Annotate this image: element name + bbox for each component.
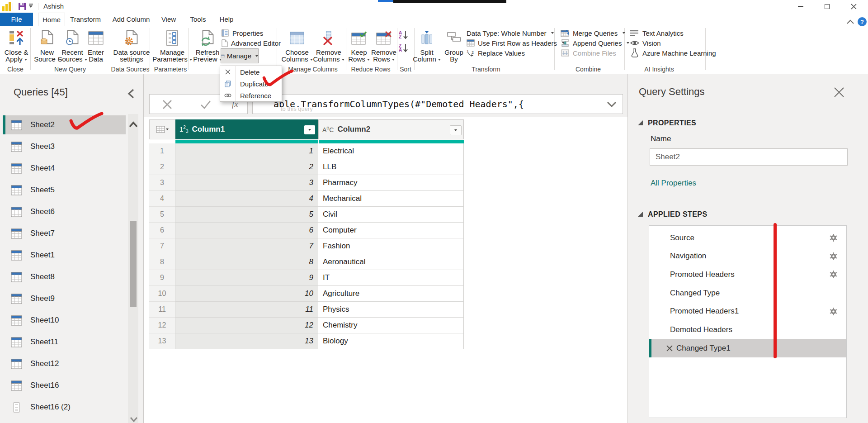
recent-sources-button[interactable]: Recent Sources [59, 27, 85, 63]
column1-cell[interactable]: 12 [175, 318, 318, 333]
applied-step-changed-type1[interactable]: Changed Type1 [649, 339, 846, 357]
tab-help[interactable]: Help [216, 13, 237, 26]
query-item-sheet4[interactable]: Sheet4 [3, 159, 126, 178]
applied-step-promoted-headers1[interactable]: Promoted Headers1 [649, 302, 846, 321]
step-settings-gear-icon[interactable] [830, 234, 837, 242]
help-icon[interactable]: ? [858, 17, 867, 26]
collapse-queries-pane-icon[interactable] [127, 88, 137, 99]
enter-data-button[interactable]: Enter Data [85, 27, 107, 63]
minimize-button[interactable] [787, 0, 814, 13]
remove-rows-button[interactable]: Remove Rows [371, 27, 397, 63]
row-number[interactable]: 1 [149, 143, 175, 159]
query-name-input[interactable]: Sheet2 [650, 148, 848, 166]
column1-cell[interactable]: 8 [175, 254, 318, 270]
query-item-sheet3[interactable]: Sheet3 [3, 137, 126, 156]
row-number[interactable]: 4 [149, 191, 175, 207]
sort-ascending-button[interactable]: AZ [399, 29, 412, 41]
scroll-down-icon[interactable] [129, 416, 138, 423]
refresh-preview-button[interactable]: Refresh Preview [193, 27, 222, 63]
column1-cell[interactable]: 3 [175, 175, 318, 191]
column1-cell[interactable]: 9 [175, 270, 318, 286]
tab-tools[interactable]: Tools [187, 13, 209, 26]
row-number[interactable]: 11 [149, 302, 175, 318]
column2-cell[interactable]: Computer [318, 223, 464, 238]
column1-cell[interactable]: 10 [175, 286, 318, 302]
column2-cell[interactable]: Biology [318, 333, 464, 349]
column1-cell[interactable]: 6 [175, 223, 318, 238]
query-item-sheet2[interactable]: Sheet2 [3, 115, 126, 134]
use-first-row-as-headers-button[interactable]: Use First Row as Headers [467, 38, 565, 48]
tab-home[interactable]: Home [38, 13, 65, 26]
scroll-up-icon[interactable] [128, 120, 138, 130]
row-number[interactable]: 9 [149, 270, 175, 286]
column1-cell[interactable]: 11 [175, 302, 318, 318]
replace-values-button[interactable]: 1 2 Replace Values [467, 48, 525, 57]
column1-cell[interactable]: 7 [175, 238, 318, 254]
queries-scrollbar-thumb[interactable] [130, 221, 137, 307]
quickaccess-dropdown-icon[interactable] [29, 4, 33, 8]
expand-formula-icon[interactable] [606, 101, 617, 108]
column2-cell[interactable]: Chemistry [318, 318, 464, 333]
text-analytics-button[interactable]: Text Analytics [630, 29, 684, 38]
column2-cell[interactable]: Agriculture [318, 286, 464, 302]
properties-button[interactable]: Properties [222, 29, 263, 38]
all-properties-link[interactable]: All Properties [651, 179, 696, 188]
data-source-settings-button[interactable]: Data source settings [114, 27, 149, 63]
step-settings-gear-icon[interactable] [830, 252, 837, 260]
column2-cell[interactable]: Pharmacy [318, 175, 464, 191]
save-icon[interactable] [18, 2, 26, 10]
column2-cell[interactable]: Fashion [318, 238, 464, 254]
row-number[interactable]: 6 [149, 223, 175, 238]
keep-rows-button[interactable]: Keep Rows [346, 27, 372, 63]
delete-step-icon[interactable] [666, 345, 673, 352]
applied-step-demoted-headers[interactable]: Demoted Headers [649, 321, 846, 339]
menu-item-delete[interactable]: Delete [220, 66, 282, 78]
column1-cell[interactable]: 4 [175, 191, 318, 207]
manage-parameters-button[interactable]: Manage Parameters [154, 27, 190, 63]
tab-add-column[interactable]: Add Column [111, 13, 151, 26]
column2-cell[interactable]: IT [318, 270, 464, 286]
column2-cell[interactable]: LLB [318, 159, 464, 175]
column1-cell[interactable]: 5 [175, 207, 318, 223]
manage-button[interactable]: Manage [221, 48, 259, 63]
row-number[interactable]: 7 [149, 238, 175, 254]
menu-item-duplicate[interactable]: Duplicate [220, 78, 282, 90]
collapse-ribbon-icon[interactable] [846, 19, 854, 24]
table-select-all-button[interactable] [149, 119, 175, 139]
close-apply-button[interactable]: Close & Apply [3, 27, 30, 63]
query-item-sheet7[interactable]: Sheet7 [3, 224, 126, 243]
column2-cell[interactable]: Mechanical [318, 191, 464, 207]
query-item-sheet5[interactable]: Sheet5 [3, 181, 126, 200]
row-number[interactable]: 2 [149, 159, 175, 175]
query-item-sheet9[interactable]: Sheet9 [3, 289, 126, 308]
row-number[interactable]: 8 [149, 254, 175, 270]
row-number[interactable]: 5 [149, 207, 175, 223]
row-number[interactable]: 3 [149, 175, 175, 191]
column1-cell[interactable]: 1 [175, 143, 318, 159]
applied-step-changed-type[interactable]: Changed Type [649, 284, 846, 302]
column2-cell[interactable]: Aeronautical [318, 254, 464, 270]
close-settings-icon[interactable] [834, 87, 844, 98]
column1-filter-button[interactable] [304, 125, 315, 134]
step-settings-gear-icon[interactable] [830, 271, 837, 278]
query-item-sheet12[interactable]: Sheet12 [3, 354, 126, 373]
remove-columns-button[interactable]: Remove Columns [314, 27, 344, 63]
applied-step-promoted-headers[interactable]: Promoted Headers [649, 265, 846, 284]
column2-header[interactable]: ABC Column2 [318, 119, 464, 139]
append-queries-button[interactable]: Append Queries [561, 38, 629, 48]
column1-header[interactable]: 123 Column1 [175, 119, 318, 139]
menu-item-reference[interactable]: Reference [220, 90, 282, 101]
collapse-properties-icon[interactable] [638, 120, 643, 125]
column2-cell[interactable]: Electrical [318, 143, 464, 159]
step-settings-gear-icon[interactable] [830, 308, 837, 315]
query-item-sheet11[interactable]: Sheet11 [3, 333, 126, 352]
query-item-sheet10[interactable]: Sheet10 [3, 311, 126, 330]
new-source-button[interactable]: New Source [34, 27, 60, 63]
query-item-sheet6[interactable]: Sheet6 [3, 202, 126, 221]
column2-cell[interactable]: Civil [318, 207, 464, 223]
query-item-sheet1[interactable]: Sheet1 [3, 246, 126, 265]
choose-columns-button[interactable]: Choose Columns [282, 27, 312, 63]
tab-transform[interactable]: Transform [68, 13, 103, 26]
maximize-button[interactable] [814, 0, 840, 13]
advanced-editor-button[interactable]: Advanced Editor [222, 38, 281, 48]
